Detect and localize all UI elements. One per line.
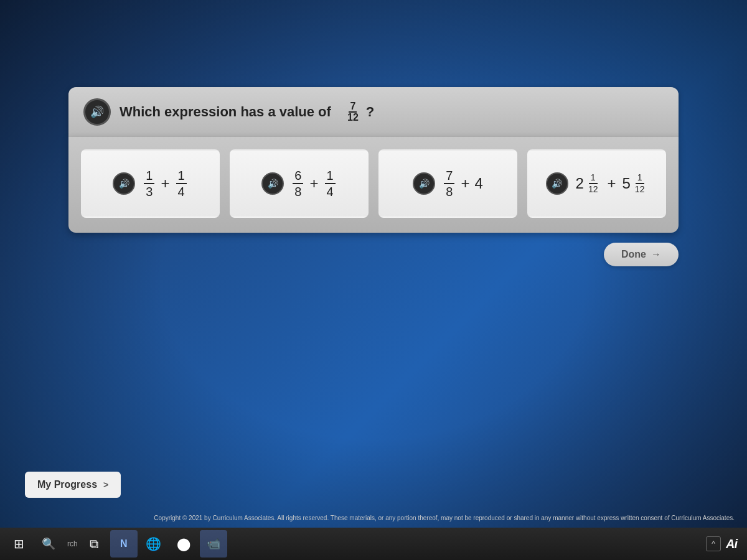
option-a-right-frac: 1 4: [176, 168, 187, 199]
my-progress-section: My Progress >: [25, 472, 121, 498]
taskbar-search[interactable]: 🔍: [35, 530, 62, 558]
option-d[interactable]: 🔊 2 1 12 + 5 1 12: [527, 149, 666, 218]
done-button[interactable]: Done →: [604, 243, 679, 266]
done-button-row: Done →: [68, 243, 679, 266]
taskbar-view[interactable]: ⧉: [80, 530, 108, 558]
done-label: Done: [621, 249, 646, 260]
copyright-text: Copyright © 2021 by Curriculum Associate…: [154, 515, 735, 521]
option-d-audio[interactable]: 🔊: [546, 172, 568, 195]
ai-label: Ai: [726, 537, 737, 551]
question-fraction: 7 12: [346, 101, 360, 123]
option-c[interactable]: 🔊 7 8 + 4: [378, 149, 517, 218]
taskbar-search-label: rch: [67, 539, 78, 548]
question-text: Which expression has a value of 7 12 ?: [120, 101, 374, 123]
chevron-right-icon: >: [103, 480, 108, 490]
option-a-audio[interactable]: 🔊: [113, 172, 135, 195]
option-c-left-frac: 7 8: [444, 168, 454, 199]
option-a[interactable]: 🔊 1 3 + 1 4: [81, 149, 220, 218]
taskbar: ⊞ 🔍 rch ⧉ N 🌐 ⬤ 📹 ^ Ai: [0, 528, 747, 560]
option-d-left-mixed: 2 1 12: [576, 172, 601, 195]
option-c-audio[interactable]: 🔊: [413, 172, 435, 195]
taskbar-edge[interactable]: 🌐: [140, 530, 167, 558]
taskbar-notepad[interactable]: N: [110, 530, 138, 558]
option-d-math: 2 1 12 + 5 1 12: [576, 172, 648, 195]
done-arrow: →: [651, 249, 661, 260]
option-a-left-frac: 1 3: [144, 168, 154, 199]
speaker-sm-icon: 🔊: [268, 179, 278, 189]
speaker-icon: 🔊: [90, 105, 104, 119]
taskbar-start[interactable]: ⊞: [5, 530, 32, 558]
option-c-math: 7 8 + 4: [443, 168, 483, 199]
question-audio-button[interactable]: 🔊: [83, 98, 111, 126]
option-d-right-mixed: 5 1 12: [622, 172, 648, 195]
options-container: 🔊 1 3 + 1 4 🔊 6 8: [68, 137, 679, 233]
main-content: 🔊 Which expression has a value of 7 12 ?…: [68, 87, 679, 266]
option-b-right-frac: 1 4: [325, 168, 336, 199]
option-b-math: 6 8 + 1 4: [291, 168, 336, 199]
my-progress-label: My Progress: [37, 479, 97, 490]
question-mark: ?: [366, 104, 374, 120]
option-a-math: 1 3 + 1 4: [143, 168, 187, 199]
option-b-left-frac: 6 8: [293, 168, 303, 199]
taskbar-right-tray: ^ Ai: [706, 536, 742, 551]
speaker-sm-icon: 🔊: [419, 179, 430, 189]
copyright-bar: Copyright © 2021 by Curriculum Associate…: [0, 511, 747, 523]
speaker-sm-icon: 🔊: [552, 179, 562, 189]
option-b-audio[interactable]: 🔊: [261, 172, 284, 195]
taskbar-video[interactable]: 📹: [200, 530, 227, 558]
option-b[interactable]: 🔊 6 8 + 1 4: [230, 149, 369, 218]
my-progress-button[interactable]: My Progress >: [25, 472, 121, 498]
question-bar: 🔊 Which expression has a value of 7 12 ?: [68, 87, 679, 137]
speaker-sm-icon: 🔊: [119, 179, 129, 189]
system-tray-expand[interactable]: ^: [706, 536, 721, 551]
question-label: Which expression has a value of: [120, 104, 331, 120]
taskbar-chrome[interactable]: ⬤: [170, 530, 197, 558]
